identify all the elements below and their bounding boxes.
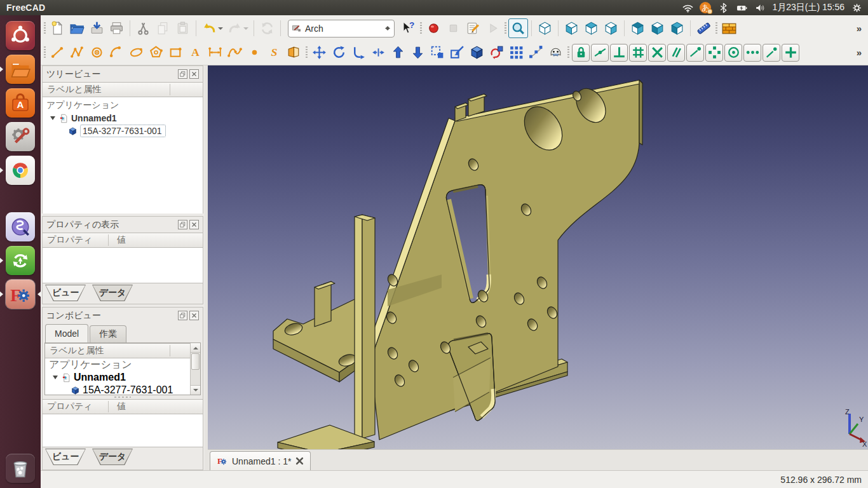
snap-special-toggle[interactable] [705, 44, 723, 62]
save-document-button[interactable] [87, 18, 107, 38]
snap-center-toggle[interactable] [724, 44, 742, 62]
spinner-arrows-icon[interactable] [385, 24, 391, 33]
whats-this-button[interactable] [398, 18, 418, 38]
draft-trimex-button[interactable] [369, 43, 388, 62]
draft-scale-button[interactable] [428, 43, 447, 62]
snap-ortho-toggle[interactable] [743, 44, 761, 62]
expander-icon[interactable] [50, 116, 55, 123]
fit-all-button[interactable] [508, 18, 528, 38]
input-method-icon[interactable]: あ [700, 2, 711, 13]
launcher-trash[interactable] [0, 454, 41, 483]
snap-dimensions-toggle[interactable] [782, 44, 799, 62]
launcher-emacs[interactable] [0, 212, 41, 241]
draft-move-button[interactable] [309, 43, 329, 62]
macro-stop-button[interactable] [444, 18, 463, 38]
combo-view-titlebar[interactable]: コンボビュー [43, 308, 203, 323]
scroll-down-icon[interactable] [191, 385, 200, 395]
snap-parallel-toggle[interactable] [667, 44, 685, 62]
open-document-button[interactable] [67, 18, 87, 38]
3d-viewport[interactable]: Z Y X [208, 65, 868, 449]
property-table-empty[interactable] [43, 248, 203, 283]
paste-button[interactable] [173, 18, 193, 38]
draft-edit-button[interactable] [447, 43, 467, 62]
tab-tasks[interactable]: 作業 [90, 325, 126, 342]
draft-rectangle-button[interactable] [166, 43, 186, 62]
working-plane-proxy-button[interactable] [487, 43, 506, 62]
scroll-up-icon[interactable] [191, 343, 200, 353]
draft-array-button[interactable] [506, 43, 526, 62]
measure-distance-button[interactable] [694, 18, 714, 38]
draft-path-array-button[interactable] [526, 43, 546, 62]
view-right-button[interactable] [601, 18, 621, 38]
snap-near-toggle[interactable] [763, 44, 780, 62]
draft-text-button[interactable] [186, 43, 205, 62]
float-panel-button[interactable] [178, 311, 187, 320]
tree-root[interactable]: アプリケーション [49, 358, 132, 372]
tree-column-header[interactable]: ラベルと属性 [43, 82, 203, 97]
draft-dimension-button[interactable] [205, 43, 225, 62]
launcher-software-center[interactable] [0, 88, 41, 118]
launcher-system-settings[interactable] [0, 122, 41, 151]
scroll-thumb[interactable] [191, 353, 200, 370]
view-axonometric-button[interactable] [535, 18, 555, 38]
draft-ellipse-button[interactable] [126, 43, 146, 62]
draft-bspline-button[interactable] [225, 43, 245, 62]
tab-model[interactable]: Model [45, 324, 88, 342]
view-front-button[interactable] [562, 18, 581, 38]
launcher-files[interactable] [0, 55, 41, 84]
snap-intersection-toggle[interactable] [648, 44, 666, 62]
draft-to-sketch-button[interactable] [467, 43, 487, 62]
view-top-button[interactable] [581, 18, 601, 38]
battery-icon[interactable] [735, 1, 748, 14]
draft-clone-button[interactable] [546, 43, 566, 62]
close-tab-icon[interactable] [295, 457, 304, 465]
draft-polygon-button[interactable] [146, 43, 166, 62]
property-column-header[interactable]: プロパティ 値 [43, 233, 203, 248]
draft-circle-button[interactable] [87, 43, 107, 62]
document-tab[interactable]: Unnamed1 : 1* [210, 451, 311, 470]
print-button[interactable] [107, 18, 126, 38]
launcher-backup-tool[interactable] [0, 246, 41, 275]
bluetooth-icon[interactable] [717, 1, 729, 14]
snap-endpoint-toggle[interactable] [686, 44, 704, 62]
float-panel-button[interactable] [178, 220, 187, 229]
snap-lock-toggle[interactable] [572, 44, 590, 62]
combo-property-header[interactable]: プロパティ 値 [43, 399, 203, 414]
draft-line-button[interactable] [48, 43, 67, 62]
draft-facebinder-button[interactable] [284, 43, 304, 62]
snap-midpoint-toggle[interactable] [591, 44, 609, 62]
tab-view[interactable]: ビュー [45, 285, 86, 301]
scrollbar[interactable] [190, 343, 200, 395]
tree-view-body[interactable]: アプリケーション Unnamed1 15A-3277-7631-001 [43, 97, 203, 214]
launcher-freecad[interactable] [0, 280, 41, 309]
tree-root[interactable]: アプリケーション [46, 100, 119, 111]
session-gear-icon[interactable] [850, 1, 863, 14]
tab-view[interactable]: ビュー [45, 449, 86, 465]
snap-grid-toggle[interactable] [629, 44, 647, 62]
tab-data[interactable]: データ [92, 449, 133, 465]
view-rear-button[interactable] [628, 18, 648, 38]
launcher-dash-home[interactable] [0, 21, 41, 50]
close-panel-button[interactable] [189, 69, 199, 79]
float-panel-button[interactable] [178, 69, 187, 79]
draft-shapestring-button[interactable] [264, 43, 284, 62]
copy-button[interactable] [153, 18, 173, 38]
view-left-button[interactable] [667, 18, 687, 38]
snap-perpendicular-toggle[interactable] [610, 44, 628, 62]
tree-view-titlebar[interactable]: ツリービュー [43, 66, 203, 82]
cut-button[interactable] [133, 18, 153, 38]
draft-polyline-button[interactable] [67, 43, 87, 62]
macro-record-button[interactable] [424, 18, 444, 38]
launcher-chrome[interactable] [0, 156, 41, 185]
tree-item[interactable]: 15A-3277-7631-001 [83, 384, 173, 395]
clock[interactable]: 1月23日(土) 15:56 [772, 2, 844, 13]
new-document-button[interactable] [48, 18, 67, 38]
draft-upgrade-button[interactable] [388, 43, 408, 62]
volume-icon[interactable] [754, 1, 766, 14]
macro-edit-button[interactable] [463, 18, 483, 38]
redo-button[interactable] [225, 18, 250, 38]
tree-document[interactable]: Unnamed1 [71, 113, 117, 123]
property-view-titlebar[interactable]: プロパティの表示 [43, 217, 203, 233]
combo-property-empty[interactable] [43, 414, 203, 447]
draft-rotate-button[interactable] [329, 43, 349, 62]
